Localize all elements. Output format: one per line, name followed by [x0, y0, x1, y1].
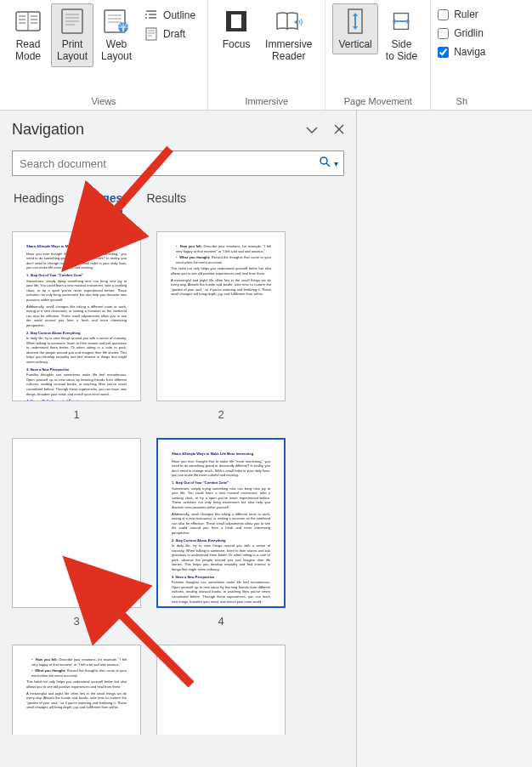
svg-line-34: [326, 163, 330, 167]
svg-point-22: [145, 17, 147, 19]
draft-button[interactable]: Draft: [139, 26, 201, 43]
nav-header: Navigation: [12, 121, 344, 139]
search-row: ▾: [12, 151, 344, 176]
page-thumbnail-6[interactable]: [156, 645, 286, 735]
thumb-wrap-4: Share &Simple Ways to Make Life More Int…: [156, 438, 286, 628]
web-layout-label: Web Layout: [101, 38, 132, 63]
page-thumbnail-1[interactable]: Share &Simple Ways to Make Life More Int…: [12, 231, 141, 401]
draft-icon: [144, 27, 158, 41]
svg-rect-28: [231, 14, 241, 28]
views-group-label: Views: [91, 94, 116, 108]
ruler-check-input[interactable]: [438, 9, 449, 20]
nav-title: Navigation: [12, 121, 84, 139]
read-mode-button[interactable]: Read Mode: [7, 3, 49, 67]
print-layout-button[interactable]: Print Layout: [51, 3, 93, 67]
gridlines-label: Gridlin: [454, 27, 484, 39]
print-layout-icon: [59, 8, 86, 35]
tab-pages[interactable]: Pages: [88, 191, 122, 213]
thumb-wrap-3: 3: [12, 438, 141, 628]
page-thumbnail-3[interactable]: [12, 438, 141, 608]
close-icon[interactable]: [334, 123, 344, 137]
immersive-reader-button[interactable]: Immersive Reader: [259, 3, 318, 67]
document-area[interactable]: [357, 111, 532, 767]
thumb-wrap-2: • How you felt: Describe your emotions, …: [156, 231, 286, 421]
print-layout-label: Print Layout: [57, 38, 88, 63]
tab-results[interactable]: Results: [146, 191, 186, 213]
tab-headings[interactable]: Headings: [14, 191, 64, 213]
immersive-reader-label: Immersive Reader: [265, 38, 312, 63]
page-thumbnail-2[interactable]: • How you felt: Describe your emotions, …: [156, 231, 286, 401]
page-thumbnails: Share &Simple Ways to Make Life More Int…: [12, 226, 344, 735]
search-box[interactable]: ▾: [12, 151, 344, 176]
ribbon: Read Mode Print Layout Web Layout: [0, 0, 532, 111]
show-group-label: Sh: [456, 94, 467, 108]
thumb-wrap-6: [156, 645, 286, 735]
page-thumbnail-5[interactable]: • How you felt: Describe your emotions, …: [12, 645, 141, 735]
outline-icon: [144, 9, 158, 22]
navigation-label: Naviga: [454, 46, 485, 58]
immersive-group: Focus Immersive Reader Immersive: [208, 0, 325, 110]
svg-point-21: [145, 14, 147, 15]
navigation-check-input[interactable]: [438, 47, 449, 58]
collapse-icon[interactable]: [305, 123, 319, 137]
ruler-label: Ruler: [454, 9, 478, 20]
gridlines-check-input[interactable]: [438, 28, 449, 39]
immersive-group-label: Immersive: [245, 94, 288, 108]
thumb-number-3: 3: [73, 615, 79, 628]
thumb-wrap-1: Share &Simple Ways to Make Life More Int…: [12, 231, 141, 421]
views-group: Read Mode Print Layout Web Layout: [0, 0, 208, 110]
outline-button[interactable]: Outline: [139, 7, 201, 24]
show-group: Ruler Gridlin Naviga Sh: [431, 0, 492, 110]
thumb-number-1: 1: [73, 408, 79, 421]
side-to-side-icon: [388, 8, 415, 35]
page-movement-group: Vertical Side to Side Page Movement: [325, 0, 431, 110]
nav-tabs: Headings Pages Results: [12, 191, 344, 213]
immersive-reader-icon: [275, 8, 303, 35]
gridlines-checkbox[interactable]: Gridlin: [438, 26, 484, 41]
focus-label: Focus: [223, 38, 251, 50]
page-movement-group-label: Page Movement: [344, 94, 412, 108]
vertical-button[interactable]: Vertical: [332, 3, 377, 54]
navigation-panel: Navigation ▾ Headings Pages Results Shar…: [0, 111, 357, 767]
web-layout-icon: [103, 8, 130, 35]
focus-icon: [223, 8, 250, 35]
side-to-side-button[interactable]: Side to Side: [380, 3, 423, 67]
vertical-icon: [342, 8, 369, 35]
ruler-checkbox[interactable]: Ruler: [438, 7, 478, 22]
vertical-label: Vertical: [338, 38, 371, 50]
web-layout-button[interactable]: Web Layout: [95, 3, 138, 67]
read-mode-label: Read Mode: [15, 38, 41, 63]
svg-point-33: [320, 157, 327, 164]
outline-label: Outline: [163, 9, 195, 21]
page-thumbnail-4[interactable]: Share &Simple Ways to Make Life More Int…: [156, 438, 286, 608]
thumb-wrap-5: • How you felt: Describe your emotions, …: [12, 645, 141, 735]
navigation-checkbox[interactable]: Naviga: [438, 44, 485, 60]
focus-button[interactable]: Focus: [215, 3, 258, 54]
search-icon[interactable]: [319, 156, 331, 171]
thumb-number-2: 2: [218, 408, 224, 421]
svg-rect-23: [146, 28, 156, 40]
thumb-number-4: 4: [218, 615, 224, 628]
search-dropdown-icon[interactable]: ▾: [334, 159, 338, 168]
draft-label: Draft: [163, 28, 185, 40]
search-input[interactable]: [13, 157, 314, 170]
read-mode-icon: [14, 8, 42, 35]
side-to-side-label: Side to Side: [386, 38, 417, 63]
